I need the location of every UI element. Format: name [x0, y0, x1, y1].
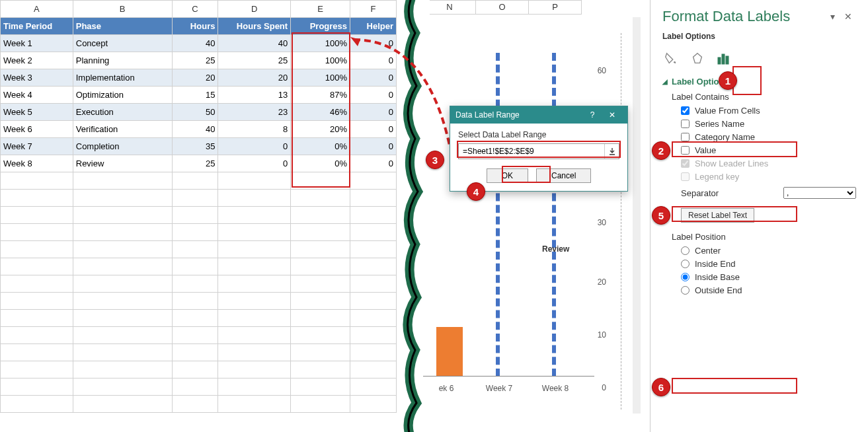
- cell[interactable]: 0%: [291, 138, 350, 155]
- vertical-scrollbar[interactable]: [633, 17, 641, 414]
- col-header-d[interactable]: D: [218, 1, 291, 18]
- table-row[interactable]: Week 5Execution502346%0: [1, 104, 397, 121]
- label-options-icon[interactable]: [715, 50, 732, 67]
- cell[interactable]: 40: [172, 35, 218, 52]
- cell[interactable]: 0: [350, 87, 397, 104]
- cell[interactable]: Completion: [73, 138, 172, 155]
- empty-row[interactable]: [1, 378, 397, 396]
- table-row[interactable]: Week 4Optimization151387%0: [1, 87, 397, 104]
- cell[interactable]: 0: [350, 121, 397, 138]
- separator-select[interactable]: ,: [783, 187, 856, 199]
- cell[interactable]: 0: [350, 69, 397, 87]
- table-row[interactable]: Week 8Review2500%0: [1, 155, 397, 172]
- chart-target-week7[interactable]: [496, 53, 500, 377]
- cell[interactable]: Verification: [73, 121, 172, 138]
- position-inside-base-radio[interactable]: Inside Base: [681, 272, 856, 282]
- cell[interactable]: Week 8: [1, 155, 73, 172]
- header-cell-a[interactable]: Time Period: [1, 18, 73, 35]
- pane-subtitle[interactable]: Label Options: [662, 32, 856, 41]
- header-cell-f[interactable]: Helper: [350, 18, 397, 35]
- cell[interactable]: Optimization: [73, 87, 172, 104]
- dialog-help-button[interactable]: ?: [582, 110, 602, 120]
- empty-row[interactable]: [1, 344, 397, 361]
- table-row[interactable]: Week 6Verification40820%0: [1, 121, 397, 138]
- cell[interactable]: Planning: [73, 52, 172, 69]
- chart-bar-week6[interactable]: [436, 327, 463, 377]
- cell[interactable]: 0: [350, 138, 397, 155]
- cell[interactable]: 0: [350, 52, 397, 69]
- cell[interactable]: Week 7: [1, 138, 73, 155]
- cell[interactable]: 0: [350, 155, 397, 172]
- value-checkbox[interactable]: Value: [681, 145, 856, 155]
- pane-options-chevron-icon[interactable]: ▾: [824, 11, 840, 22]
- cell[interactable]: 40: [172, 121, 218, 138]
- empty-row[interactable]: [1, 396, 397, 413]
- cell[interactable]: 0: [218, 138, 291, 155]
- col-header-f[interactable]: F: [350, 1, 397, 18]
- position-center-radio[interactable]: Center: [681, 246, 856, 256]
- cell[interactable]: 20: [172, 69, 218, 87]
- cell[interactable]: 13: [218, 87, 291, 104]
- cell[interactable]: 0: [218, 155, 291, 172]
- table-row[interactable]: Week 2Planning2525100%0: [1, 52, 397, 69]
- table-row[interactable]: Week 3Implementation2020100%0: [1, 69, 397, 87]
- cell[interactable]: 46%: [291, 104, 350, 121]
- position-inside-end-radio[interactable]: Inside End: [681, 259, 856, 269]
- ok-button[interactable]: OK: [487, 168, 528, 183]
- label-options-section[interactable]: Label Options: [662, 77, 856, 87]
- empty-row[interactable]: [1, 258, 397, 275]
- dialog-close-button[interactable]: ✕: [602, 110, 622, 120]
- cell[interactable]: Week 3: [1, 69, 73, 87]
- col-header-o[interactable]: O: [476, 0, 529, 15]
- cell[interactable]: 15: [172, 87, 218, 104]
- cell[interactable]: 100%: [291, 69, 350, 87]
- empty-row[interactable]: [1, 241, 397, 258]
- table-header-row[interactable]: Time PeriodPhaseHoursHours SpentProgress…: [1, 18, 397, 35]
- table-row[interactable]: Week 7Completion3500%0: [1, 138, 397, 155]
- cell[interactable]: 0%: [291, 155, 350, 172]
- cell[interactable]: 100%: [291, 52, 350, 69]
- cell[interactable]: 20%: [291, 121, 350, 138]
- cell[interactable]: Execution: [73, 104, 172, 121]
- cell[interactable]: Week 5: [1, 104, 73, 121]
- cancel-button[interactable]: Cancel: [536, 168, 591, 183]
- empty-row[interactable]: [1, 207, 397, 224]
- empty-row[interactable]: [1, 327, 397, 344]
- dialog-titlebar[interactable]: Data Label Range ? ✕: [450, 106, 627, 124]
- col-header-p[interactable]: P: [529, 0, 582, 15]
- cell[interactable]: 87%: [291, 87, 350, 104]
- chart-target-week8[interactable]: [552, 53, 556, 377]
- col-header-c[interactable]: C: [172, 1, 218, 18]
- empty-row[interactable]: [1, 224, 397, 241]
- column-headers[interactable]: A B C D E F: [1, 1, 397, 18]
- series-name-checkbox[interactable]: Series Name: [681, 119, 856, 129]
- cell[interactable]: 35: [172, 138, 218, 155]
- cell[interactable]: Review: [73, 155, 172, 172]
- col-header-e[interactable]: E: [291, 1, 350, 18]
- position-outside-end-radio[interactable]: Outside End: [681, 285, 856, 295]
- cell[interactable]: 20: [218, 69, 291, 87]
- cell[interactable]: Week 1: [1, 35, 73, 52]
- collapse-dialog-icon[interactable]: [604, 144, 619, 159]
- category-name-checkbox[interactable]: Category Name: [681, 132, 856, 142]
- header-cell-e[interactable]: Progress: [291, 18, 350, 35]
- cell[interactable]: Week 6: [1, 121, 73, 138]
- empty-row[interactable]: [1, 293, 397, 310]
- cell[interactable]: 100%: [291, 35, 350, 52]
- fill-line-icon[interactable]: [662, 50, 680, 67]
- cell[interactable]: 0: [350, 104, 397, 121]
- cell[interactable]: 0: [350, 35, 397, 52]
- col-header-n[interactable]: N: [423, 0, 476, 15]
- col-header-b[interactable]: B: [73, 1, 172, 18]
- value-from-cells-checkbox[interactable]: Value From Cells: [681, 106, 856, 116]
- header-cell-d[interactable]: Hours Spent: [218, 18, 291, 35]
- pane-close-button[interactable]: ✕: [840, 11, 856, 22]
- empty-row[interactable]: [1, 310, 397, 327]
- cell[interactable]: Implementation: [73, 69, 172, 87]
- cell[interactable]: 23: [218, 104, 291, 121]
- header-cell-b[interactable]: Phase: [73, 18, 172, 35]
- cell[interactable]: 25: [172, 155, 218, 172]
- cell[interactable]: 40: [218, 35, 291, 52]
- empty-row[interactable]: [1, 361, 397, 378]
- cell[interactable]: 8: [218, 121, 291, 138]
